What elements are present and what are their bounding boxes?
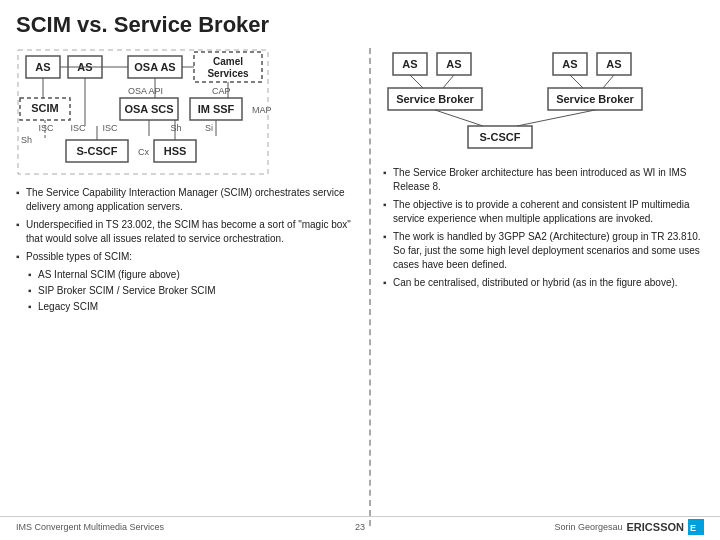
svg-text:AS: AS: [446, 58, 461, 70]
left-bullet-2: Underspecified in TS 23.002, the SCIM ha…: [16, 218, 359, 246]
svg-text:ISC: ISC: [102, 123, 118, 133]
svg-text:S-CSCF: S-CSCF: [480, 131, 521, 143]
sub-bullet-1: AS Internal SCIM (figure above): [16, 268, 359, 282]
svg-text:Cx: Cx: [138, 147, 149, 157]
svg-text:ISC: ISC: [38, 123, 54, 133]
left-bullet-1: The Service Capability Interaction Manag…: [16, 186, 359, 214]
svg-text:IM SSF: IM SSF: [198, 103, 235, 115]
sub-bullet-3: Legacy SCIM: [16, 300, 359, 314]
svg-text:Service Broker: Service Broker: [556, 93, 634, 105]
right-diagram-svg: AS AS AS AS Service Broker Service Broke…: [383, 48, 693, 156]
sub-bullet-2: SIP Broker SCIM / Service Broker SCIM: [16, 284, 359, 298]
svg-text:Camel: Camel: [213, 56, 243, 67]
left-bullets: The Service Capability Interaction Manag…: [16, 186, 359, 316]
svg-text:Si: Si: [205, 123, 213, 133]
svg-text:AS: AS: [606, 58, 621, 70]
svg-line-59: [435, 110, 483, 126]
svg-line-55: [410, 75, 423, 88]
left-diagram: AS AS OSA AS Camel Services OSA API CAP: [16, 48, 359, 178]
right-bullet-4: Can be centralised, distributed or hybri…: [383, 276, 704, 290]
svg-text:OSA API: OSA API: [128, 86, 163, 96]
svg-line-57: [570, 75, 583, 88]
svg-text:Sh: Sh: [170, 123, 181, 133]
footer-left-text: IMS Convergent Multimedia Services: [16, 522, 245, 532]
footer-page-number: 23: [245, 522, 474, 532]
svg-line-60: [517, 110, 595, 126]
ericsson-logo: ERICSSON: [627, 521, 684, 533]
right-bullet-2: The objective is to provide a coherent a…: [383, 198, 704, 226]
footer: IMS Convergent Multimedia Services 23 So…: [0, 516, 720, 536]
ericsson-icon: E: [688, 519, 704, 535]
svg-line-58: [603, 75, 614, 88]
svg-text:OSA SCS: OSA SCS: [124, 103, 173, 115]
svg-text:ISC: ISC: [70, 123, 86, 133]
svg-text:SCIM: SCIM: [31, 102, 59, 114]
svg-text:AS: AS: [562, 58, 577, 70]
svg-text:MAP: MAP: [252, 105, 272, 115]
svg-text:Sh: Sh: [21, 135, 32, 145]
right-bullet-3: The work is handled by 3GPP SA2 (Archite…: [383, 230, 704, 272]
page: SCIM vs. Service Broker AS AS OSA AS Cam…: [0, 0, 720, 540]
right-panel: AS AS AS AS Service Broker Service Broke…: [371, 48, 704, 526]
svg-text:Services: Services: [207, 68, 249, 79]
svg-text:HSS: HSS: [164, 145, 187, 157]
right-bullets: The Service Broker architecture has been…: [383, 166, 704, 294]
right-bullet-1: The Service Broker architecture has been…: [383, 166, 704, 194]
left-panel: AS AS OSA AS Camel Services OSA API CAP: [16, 48, 371, 526]
right-diagram: AS AS AS AS Service Broker Service Broke…: [383, 48, 704, 158]
svg-line-56: [443, 75, 454, 88]
left-diagram-svg: AS AS OSA AS Camel Services OSA API CAP: [16, 48, 346, 176]
svg-text:AS: AS: [35, 61, 50, 73]
svg-text:Service Broker: Service Broker: [396, 93, 474, 105]
svg-text:OSA AS: OSA AS: [134, 61, 175, 73]
page-title: SCIM vs. Service Broker: [16, 12, 704, 38]
footer-author: Sorin Georgesau: [554, 522, 622, 532]
svg-text:AS: AS: [402, 58, 417, 70]
svg-text:S-CSCF: S-CSCF: [77, 145, 118, 157]
svg-text:E: E: [690, 523, 696, 533]
left-bullet-3: Possible types of SCIM:: [16, 250, 359, 264]
footer-right-area: Sorin Georgesau ERICSSON E: [475, 519, 704, 535]
content-area: AS AS OSA AS Camel Services OSA API CAP: [16, 48, 704, 526]
